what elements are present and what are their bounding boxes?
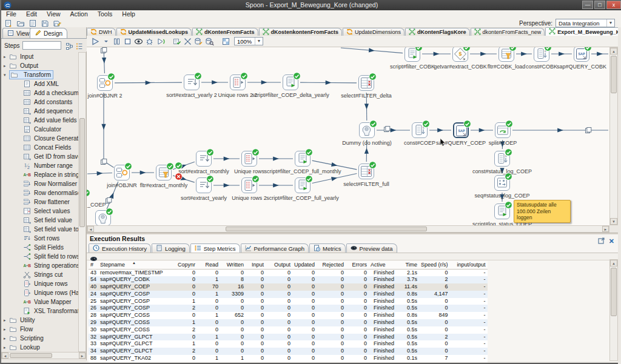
tree-step-closure-generator[interactable]: Closure Generator [1,134,78,143]
menu-view[interactable]: View [42,10,65,18]
tree-folder-input[interactable]: ▸Input [1,52,78,61]
results-vertical-scrollbar[interactable]: ▲ [609,259,618,361]
table-row[interactable]: 32sap#QUERY_GLPCT01000000Finished0.5s2- [89,334,488,341]
tree-step-row-flattener[interactable]: Row flattener [1,197,78,207]
doc-tab-updatedimensions[interactable]: UpdateDimensions [343,28,404,36]
column-header-rejected[interactable]: Rejected [317,261,346,269]
close-panel-icon[interactable]: ✕ [609,238,614,245]
table-row[interactable]: 25sap#QUERY_COSP10000000Finished0.5s0- [89,298,488,305]
table-row[interactable]: 26sap#QUERY_COSP20000000Finished0.5s0- [89,305,488,312]
save-as-button[interactable] [52,19,62,27]
new-file-button[interactable] [4,19,13,27]
column-header-written[interactable]: Written [220,261,246,269]
transformation-canvas[interactable]: _COEPscript#filter_COBK$getvar#extract_C… [87,47,609,225]
menu-help[interactable]: Help [117,10,140,18]
impact-button[interactable] [183,36,193,46]
tree-step-split-fields[interactable]: Split Fields [1,243,78,252]
explore-database-button[interactable] [204,36,215,46]
scrollbar-thumb[interactable] [10,353,52,358]
column-header-read[interactable]: Read [197,261,220,269]
tree-expand-icon[interactable]: ▸ [4,55,9,59]
perspective-combo[interactable]: Data Integration ▼ [556,19,615,27]
debug-button[interactable] [144,36,155,46]
tree-folder-output[interactable]: ▸Output [1,61,78,70]
doc-tab-dkontenfromfacts[interactable]: dKontenFromFacts [192,28,258,36]
column-header-output[interactable]: Output [266,261,292,269]
column-header-stepname[interactable]: Stepname▲ [98,261,176,269]
maximize-button[interactable]: □ [594,1,605,9]
canvas-note[interactable]: Statusupdate alle100.000 Zeilen loggen [514,200,571,223]
tree-step-replace-in-string[interactable]: ABReplace in string [1,170,78,179]
tree-folder-transform[interactable]: ▾Transform [1,70,78,79]
tree-step-sort-rows[interactable]: Sort rows [1,234,78,243]
scroll-up-icon[interactable]: ▲ [610,260,617,266]
scrollbar-thumb[interactable] [226,227,427,231]
tree-step-string-operations[interactable]: ABString operations [1,261,78,270]
scrollbar-thumb[interactable] [79,118,85,227]
results-tab-performance-graph[interactable]: Performance Graph [241,243,309,253]
canvas-vertical-scrollbar[interactable]: ▲ ▼ [609,47,618,225]
run-button[interactable] [90,36,100,46]
menu-file[interactable]: File [1,10,21,18]
tree-step-xsl-transformation[interactable]: XSL Transformation [1,306,78,316]
table-row[interactable]: 24sap#QUERY_COSP01330900000Finished0.8s4… [89,291,488,298]
tree-step-add-value-fields-chan[interactable]: Add value fields chan [1,116,78,125]
menu-tools[interactable]: Tools [93,10,118,18]
preview-button[interactable] [133,36,144,46]
sidebar-vertical-scrollbar[interactable] [78,52,86,352]
column-header-active[interactable]: Active [369,261,400,269]
sidebar-tab-design[interactable]: Design [30,28,67,38]
scroll-left-icon[interactable]: ◄ [2,352,8,359]
tree-step-add-a-checksum[interactable]: Add a checksum [1,88,78,98]
zoom-select[interactable]: 100%▼ [234,37,263,45]
verify-button[interactable] [172,36,182,46]
tree-step-add-sequence[interactable]: Add sequence [1,107,78,116]
doc-tab-export_m_bewegung_kore[interactable]: Export_M_Bewegung_Kore✕ [545,27,618,36]
tree-folder-flow[interactable]: ▸Flow [1,325,78,334]
explore-repository-button[interactable] [28,19,38,27]
steps-search-input[interactable] [22,41,61,50]
tree-step-unique-rows-hashse[interactable]: Unique rows (HashSe [1,288,78,297]
canvas-horizontal-scrollbar[interactable]: ◄ ► [87,225,609,233]
tree-step-strings-cut[interactable]: Strings cut [1,270,78,279]
replay-button[interactable] [155,36,166,46]
doc-tab-dkontenflagskore[interactable]: dKontenFlagsKore [405,28,470,36]
pause-button[interactable] [112,36,122,46]
table-row[interactable]: 33sap#QUERY_GLPCT10000000Finished0.5s0- [89,340,488,348]
column-header-errors[interactable]: Errors [346,261,369,269]
scroll-right-icon[interactable]: ► [79,352,86,359]
table-row[interactable]: 34sap#QUERY_GLPCT20000000Finished0.5s0- [89,348,488,355]
tree-expand-icon[interactable]: ▸ [4,327,9,332]
table-row[interactable]: 29sap#QUERY_COSS10000000Finished0.5s0- [89,319,488,326]
sidebar-horizontal-scrollbar[interactable]: ◄ ► [1,352,86,359]
tree-step-add-xml[interactable]: Add XML [1,79,78,88]
results-tab-logging[interactable]: Logging [152,243,190,253]
category-view-icon[interactable] [65,42,73,50]
tree-step-calculator[interactable]: Calculator [1,125,78,134]
tree-step-row-denormaliser[interactable]: Row denormaliser [1,188,78,197]
results-tab-execution-history[interactable]: Execution History [89,243,151,253]
tree-folder-lookup[interactable]: ▸Lookup [1,343,78,352]
results-tab-step-metrics[interactable]: Step Metrics [190,243,240,253]
menu-action[interactable]: Action [65,10,93,18]
column-header-time[interactable]: Time [400,261,419,269]
table-row[interactable]: 28sap#QUERY_COSS0165200000Finished0.8s84… [89,312,488,319]
tree-step-split-field-to-rows[interactable]: Split field to rows [1,252,78,261]
tree-step-number-range[interactable]: 12Number range [1,161,78,170]
table-row[interactable]: 30sap#QUERY_COSS20000000Finished0.5s0- [89,326,488,334]
scrollbar-thumb[interactable] [611,268,617,316]
menu-edit[interactable]: Edit [21,10,42,18]
doc-tab-dwh[interactable]: DWH [87,28,116,36]
alphabetical-view-icon[interactable] [75,42,83,50]
column-header-updated[interactable]: Updated [292,261,317,269]
results-tab-preview-data[interactable]: Preview data [346,243,397,253]
tree-step-get-id-from-slave-ser[interactable]: Get ID from slave ser [1,152,78,161]
scroll-left-icon[interactable]: ◄ [87,226,94,232]
scrollbar-thumb[interactable] [611,56,617,93]
tree-step-concat-fields[interactable]: Concat Fields [1,143,78,152]
scroll-down-icon[interactable]: ▼ [610,218,617,225]
column-header-copynr[interactable]: Copynr [176,261,197,269]
column-header-speedrs[interactable]: Speed (r/s) [419,261,450,269]
sql-button[interactable] [193,36,204,46]
tree-expand-icon[interactable]: ▸ [4,64,9,68]
